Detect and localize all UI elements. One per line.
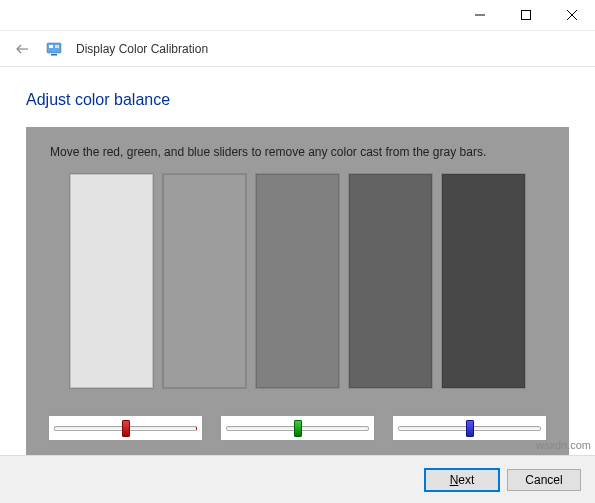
cancel-button[interactable]: Cancel [507, 469, 581, 491]
next-button-rest: ext [458, 473, 474, 487]
back-icon[interactable] [12, 39, 32, 59]
instruction-text: Move the red, green, and blue sliders to… [46, 145, 549, 159]
calibration-stage: Move the red, green, and blue sliders to… [26, 127, 569, 455]
svg-rect-8 [51, 54, 57, 56]
app-icon [46, 41, 62, 57]
slider-thumb[interactable] [294, 420, 302, 437]
svg-rect-6 [49, 45, 53, 48]
gray-swatch [441, 173, 526, 389]
close-button[interactable] [549, 0, 595, 30]
svg-rect-7 [55, 45, 59, 48]
wizard-footer: Next Cancel [0, 455, 595, 503]
gray-swatch [162, 173, 247, 389]
gray-swatch-row [46, 173, 549, 389]
page-heading: Adjust color balance [26, 91, 569, 109]
slider-row [46, 415, 549, 441]
svg-rect-1 [522, 11, 531, 20]
red-slider[interactable] [48, 415, 203, 441]
window-titlebar [0, 0, 595, 31]
slider-thumb[interactable] [466, 420, 474, 437]
green-slider[interactable] [220, 415, 375, 441]
blue-slider[interactable] [392, 415, 547, 441]
gray-swatch [69, 173, 154, 389]
app-title: Display Color Calibration [76, 42, 208, 56]
minimize-button[interactable] [457, 0, 503, 30]
next-button[interactable]: Next [425, 469, 499, 491]
content-area: Adjust color balance Move the red, green… [0, 67, 595, 455]
wizard-header: Display Color Calibration [0, 31, 595, 67]
watermark-text: wsxdn.com [536, 439, 591, 451]
gray-swatch [255, 173, 340, 389]
slider-thumb[interactable] [122, 420, 130, 437]
gray-swatch [348, 173, 433, 389]
maximize-button[interactable] [503, 0, 549, 30]
